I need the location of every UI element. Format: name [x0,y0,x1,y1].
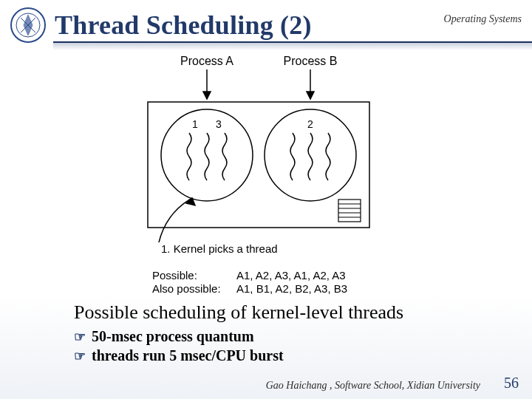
pointing-hand-icon: ☞ [74,328,86,346]
bullet-text: threads run 5 msec/CPU burst [92,347,284,364]
possible-seq: A1, A2, A3, A1, A2, A3 [236,269,346,282]
page-number: 56 [504,375,519,392]
header: Thread Scheduling (2) Operating Systems [0,0,532,49]
process-a-label: Process A [180,55,233,67]
bullet-item: ☞ threads run 5 msec/CPU burst [74,347,502,365]
university-logo [6,7,50,43]
svg-marker-5 [203,92,211,99]
process-a-circle [161,109,253,201]
diagram: Process A Process B 1 3 2 [0,52,532,296]
caption-main: Possible scheduling of kernel-level thre… [74,301,502,324]
kernel-box [148,102,369,228]
thread-label-3: 3 [216,118,222,130]
kernel-picks-caption: 1. Kernel picks a thread [161,242,278,255]
slide-title: Thread Scheduling (2) [55,10,312,41]
runqueue-icon [338,200,361,222]
svg-marker-7 [307,92,314,99]
bullet-item: ☞ 50-msec process quantum [74,328,502,346]
course-label: Operating Systems [444,13,522,25]
process-b-label: Process B [284,55,338,67]
pointer-arrow-icon [159,198,195,242]
also-possible-seq: A1, B1, A2, B2, A3, B3 [236,282,347,295]
caption-block: Possible scheduling of kernel-level thre… [74,301,502,365]
thread-squiggle-icon [187,133,330,180]
arrow-down-icon [203,69,314,99]
svg-rect-8 [338,200,361,222]
also-possible-label: Also possible: [152,282,221,295]
footer-credit: Gao Haichang , Software School, Xidian U… [266,380,480,392]
thread-label-1: 1 [192,118,198,130]
pointing-hand-icon: ☞ [74,347,86,365]
bullet-text: 50-msec process quantum [92,328,254,345]
thread-label-2: 2 [307,118,313,130]
possible-label: Possible: [152,269,197,282]
